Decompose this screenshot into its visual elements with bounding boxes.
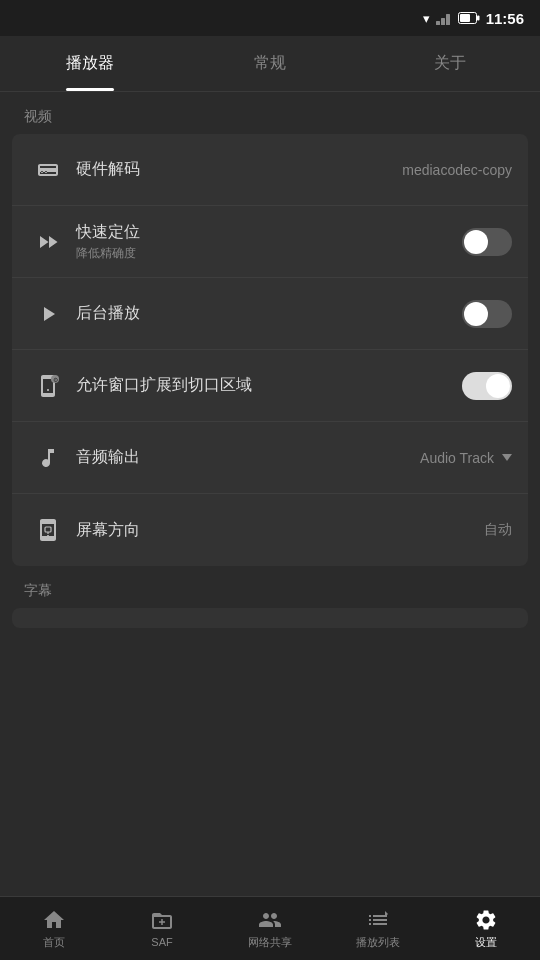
- audio-output-chevron: [502, 454, 512, 461]
- svg-rect-2: [446, 14, 450, 25]
- hardware-decode-value: mediacodec-copy: [402, 162, 512, 178]
- cutout-icon: ⚙: [28, 374, 68, 398]
- nav-item-settings[interactable]: 设置: [432, 897, 540, 960]
- play-icon: [28, 302, 68, 326]
- wifi-icon: ▾: [423, 11, 430, 26]
- nav-item-home[interactable]: 首页: [0, 897, 108, 960]
- signal-icon: [436, 11, 452, 25]
- main-content: 视频 硬件解码 mediacodec-copy 快速定位 降低精: [0, 92, 540, 896]
- cutout-toggle[interactable]: [462, 372, 512, 400]
- drive-icon: [28, 158, 68, 182]
- section-subtitle-header: 字幕: [0, 566, 540, 608]
- settings-icon: [474, 908, 498, 932]
- settings-group-video: 硬件解码 mediacodec-copy 快速定位 降低精确度: [12, 134, 528, 566]
- screen-orientation-content: 屏幕方向: [76, 520, 484, 541]
- audio-track-label: Audio Track: [420, 450, 494, 466]
- background-play-content: 后台播放: [76, 303, 462, 324]
- background-play-toggle[interactable]: [462, 300, 512, 328]
- settings-item-screen-orientation[interactable]: 屏幕方向 自动: [12, 494, 528, 566]
- audio-output-content: 音频输出: [76, 447, 420, 468]
- settings-item-fast-seek[interactable]: 快速定位 降低精确度: [12, 206, 528, 278]
- battery-icon: [458, 12, 480, 24]
- top-tabs: 播放器 常规 关于: [0, 36, 540, 92]
- svg-rect-5: [477, 16, 480, 21]
- fast-seek-toggle[interactable]: [462, 228, 512, 256]
- bottom-nav: 首页 SAF 网络共享 播放列表 设置: [0, 896, 540, 960]
- fast-forward-icon: [28, 230, 68, 254]
- nav-item-network[interactable]: 网络共享: [216, 897, 324, 960]
- playlist-icon: [366, 908, 390, 932]
- nav-item-playlist[interactable]: 播放列表: [324, 897, 432, 960]
- folder-open-icon: [150, 909, 174, 933]
- background-play-title: 后台播放: [76, 303, 462, 324]
- svg-rect-8: [45, 527, 51, 532]
- svg-text:⚙: ⚙: [53, 376, 58, 382]
- nav-home-label: 首页: [43, 935, 65, 950]
- music-note-icon: [28, 446, 68, 470]
- fast-seek-content: 快速定位 降低精确度: [76, 222, 462, 262]
- svg-rect-0: [436, 21, 440, 25]
- svg-rect-1: [441, 18, 445, 25]
- audio-output-title: 音频输出: [76, 447, 420, 468]
- settings-item-hardware-decode[interactable]: 硬件解码 mediacodec-copy: [12, 134, 528, 206]
- svg-rect-4: [460, 14, 470, 22]
- nav-playlist-label: 播放列表: [356, 935, 400, 950]
- fast-seek-title: 快速定位: [76, 222, 462, 243]
- audio-output-value: Audio Track: [420, 450, 512, 466]
- section-video-header: 视频: [0, 92, 540, 134]
- home-icon: [42, 908, 66, 932]
- hardware-decode-content: 硬件解码: [76, 159, 402, 180]
- settings-item-cutout[interactable]: ⚙ 允许窗口扩展到切口区域: [12, 350, 528, 422]
- cutout-content: 允许窗口扩展到切口区域: [76, 375, 462, 396]
- network-icon: [258, 908, 282, 932]
- tab-about[interactable]: 关于: [360, 36, 540, 91]
- settings-group-subtitle: [12, 608, 528, 628]
- screen-orientation-value: 自动: [484, 521, 512, 539]
- nav-item-saf[interactable]: SAF: [108, 897, 216, 960]
- settings-item-background-play[interactable]: 后台播放: [12, 278, 528, 350]
- background-play-toggle-knob: [464, 302, 488, 326]
- screen-orientation-title: 屏幕方向: [76, 520, 484, 541]
- status-icons: ▾ 11:56: [423, 10, 524, 27]
- hardware-decode-title: 硬件解码: [76, 159, 402, 180]
- fast-seek-toggle-knob: [464, 230, 488, 254]
- nav-network-label: 网络共享: [248, 935, 292, 950]
- settings-item-audio-output[interactable]: 音频输出 Audio Track: [12, 422, 528, 494]
- tab-general[interactable]: 常规: [180, 36, 360, 91]
- nav-saf-label: SAF: [151, 936, 172, 948]
- tab-player[interactable]: 播放器: [0, 36, 180, 91]
- nav-settings-label: 设置: [475, 935, 497, 950]
- status-bar: ▾ 11:56: [0, 0, 540, 36]
- cutout-title: 允许窗口扩展到切口区域: [76, 375, 462, 396]
- status-time: 11:56: [486, 10, 524, 27]
- cutout-toggle-knob: [486, 374, 510, 398]
- screen-lock-icon: [28, 518, 68, 542]
- fast-seek-subtitle: 降低精确度: [76, 245, 462, 262]
